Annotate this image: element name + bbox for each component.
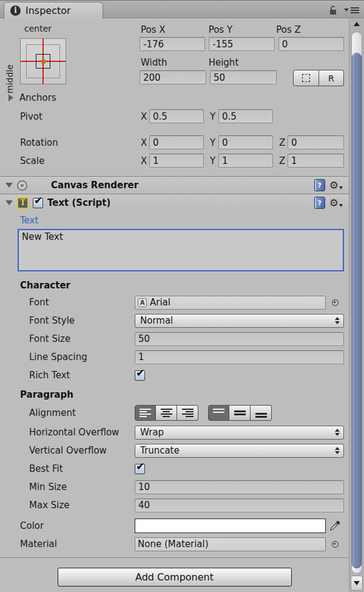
vertical-overflow-row: Vertical Overflow Truncate <box>0 441 349 460</box>
canvas-renderer-header[interactable]: Canvas Renderer ? ⚙ <box>0 176 349 194</box>
axis-y-label: Y <box>210 137 218 148</box>
anchor-preset-button[interactable] <box>20 38 66 84</box>
vertical-alignment-group <box>208 405 272 421</box>
component-title: Canvas Renderer <box>51 180 310 191</box>
check-icon: ✔ <box>136 367 144 379</box>
rotation-y-field[interactable] <box>218 135 273 149</box>
alignment-label: Alignment <box>0 407 135 418</box>
horizontal-overflow-row: Horizontal Overflow Wrap <box>0 423 349 441</box>
rotation-z-field[interactable] <box>288 135 344 149</box>
color-swatch[interactable] <box>135 519 326 533</box>
component-enabled-checkbox[interactable]: ✔ <box>33 198 43 208</box>
anchor-pivot-dot-icon <box>41 60 46 64</box>
font-object-value: Arial <box>150 297 170 308</box>
pivot-y-field[interactable] <box>218 109 273 123</box>
text-script-header[interactable]: T ✔ Text (Script) ? ⚙ <box>0 194 349 211</box>
max-size-row: Max Size <box>0 496 349 514</box>
font-object-field[interactable]: A Arial <box>135 296 326 310</box>
tab-title: Inspector <box>25 5 71 16</box>
min-size-field[interactable] <box>135 480 344 494</box>
help-icon[interactable]: ? <box>314 197 325 209</box>
foldout-expanded-icon <box>5 183 13 188</box>
anchors-foldout[interactable]: Anchors <box>8 92 56 103</box>
paragraph-header: Paragraph <box>0 389 349 403</box>
raw-edit-mode-button[interactable]: R <box>319 70 345 86</box>
align-bottom-button[interactable] <box>251 405 272 421</box>
scroll-up-icon[interactable] <box>354 22 360 26</box>
text-property-label: Text <box>20 215 349 227</box>
font-label: Font <box>0 297 135 308</box>
height-label: Height <box>209 57 277 68</box>
eyedropper-icon[interactable] <box>326 520 344 532</box>
pos-x-field[interactable] <box>140 37 205 51</box>
check-icon: ✔ <box>34 194 42 206</box>
color-label: Color <box>0 520 135 531</box>
align-center-button[interactable] <box>156 405 177 421</box>
scale-z-field[interactable] <box>288 154 344 168</box>
pos-y-field[interactable] <box>209 37 274 51</box>
context-menu-icon[interactable] <box>344 7 359 13</box>
help-icon[interactable]: ? <box>314 179 325 191</box>
scrollbar-thumb[interactable] <box>352 53 362 568</box>
blueprint-mode-button[interactable] <box>293 70 319 86</box>
align-middle-button[interactable] <box>229 405 251 421</box>
object-picker-icon[interactable] <box>326 541 344 548</box>
horizontal-overflow-dropdown[interactable]: Wrap <box>135 426 344 440</box>
align-top-button[interactable] <box>208 405 229 421</box>
best-fit-label: Best Fit <box>0 463 135 474</box>
vertical-overflow-value: Truncate <box>140 445 335 456</box>
best-fit-row: Best Fit ✔ <box>0 460 349 478</box>
menu-caret-icon <box>344 9 349 12</box>
pos-z-label: Pos Z <box>276 24 344 35</box>
align-right-button[interactable] <box>177 405 198 421</box>
best-fit-checkbox[interactable]: ✔ <box>135 464 145 474</box>
scale-label: Scale <box>0 155 141 166</box>
gear-icon[interactable]: ⚙ <box>329 180 343 191</box>
rect-transform-section: center middle Pos X Pos Y Pos Z <box>0 18 349 176</box>
pos-z-field[interactable] <box>278 37 344 51</box>
dropdown-arrows-icon <box>335 429 340 436</box>
height-field[interactable] <box>210 70 277 84</box>
scrollbar-track[interactable] <box>351 32 362 574</box>
align-left-button[interactable] <box>135 405 156 421</box>
font-size-field[interactable] <box>135 332 344 346</box>
pos-x-label: Pos X <box>141 24 209 35</box>
axis-y-label: Y <box>210 111 218 122</box>
align-bottom-icon <box>255 409 267 418</box>
hamburger-icon <box>351 7 359 13</box>
object-picker-icon[interactable] <box>326 299 344 306</box>
rich-text-checkbox[interactable]: ✔ <box>135 370 145 381</box>
line-spacing-field[interactable] <box>135 350 344 364</box>
axis-x-label: X <box>141 137 149 148</box>
text-value-textarea[interactable]: New Text <box>18 229 344 271</box>
align-top-icon <box>213 409 224 418</box>
rotation-x-field[interactable] <box>149 135 204 149</box>
vertical-overflow-dropdown[interactable]: Truncate <box>135 444 344 458</box>
dropdown-arrows-icon <box>335 317 340 324</box>
pivot-x-field[interactable] <box>149 109 204 123</box>
pivot-row: Pivot X Y <box>0 109 344 123</box>
add-component-button[interactable]: Add Component <box>58 568 292 587</box>
axis-x-label: X <box>141 155 149 166</box>
blueprint-icon <box>302 74 310 82</box>
font-style-row: Font Style Normal <box>0 311 349 330</box>
scale-x-field[interactable] <box>149 154 204 168</box>
material-object-field[interactable]: None (Material) <box>135 537 326 551</box>
width-label: Width <box>141 57 209 68</box>
max-size-field[interactable] <box>135 498 344 512</box>
scroll-down-button[interactable] <box>351 576 363 591</box>
gear-icon[interactable]: ⚙ <box>329 197 343 208</box>
foldout-collapsed-icon <box>8 94 13 101</box>
tab-inspector[interactable]: i Inspector <box>4 2 103 19</box>
scale-row: Scale X Y Z <box>0 154 344 168</box>
font-size-label: Font Size <box>0 333 135 344</box>
lock-icon[interactable] <box>328 5 337 15</box>
horizontal-overflow-value: Wrap <box>140 427 335 438</box>
min-size-label: Min Size <box>0 481 135 492</box>
width-field[interactable] <box>140 70 206 84</box>
scale-y-field[interactable] <box>218 154 273 168</box>
font-style-dropdown[interactable]: Normal <box>135 314 344 328</box>
inspector-window: i Inspector center middle <box>0 0 364 592</box>
align-middle-icon <box>234 409 246 418</box>
vertical-scrollbar[interactable] <box>349 18 364 592</box>
